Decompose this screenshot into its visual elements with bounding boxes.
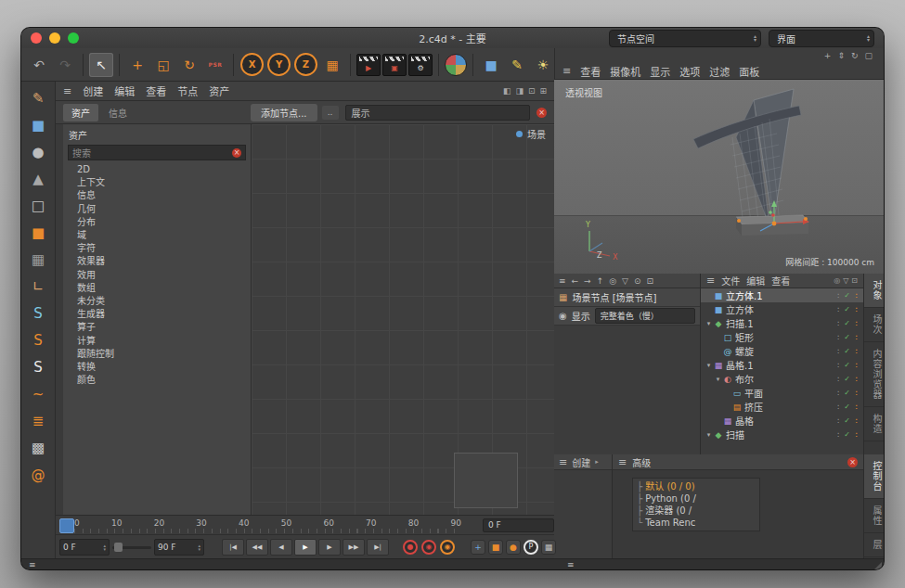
- asset-category-item[interactable]: 跟随控制: [63, 348, 251, 361]
- enable-check-icon[interactable]: ✓: [842, 347, 852, 355]
- enable-check-icon[interactable]: ✓: [842, 333, 852, 341]
- toolbar-separator[interactable]: [83, 54, 84, 76]
- checker-flag-icon[interactable]: ▩: [26, 435, 51, 460]
- settings-icon[interactable]: ⊡: [647, 276, 654, 286]
- spline-blue-icon[interactable]: S: [26, 300, 51, 326]
- layer-dots-icon[interactable]: ∶: [852, 430, 860, 440]
- up-icon[interactable]: ↑: [597, 276, 604, 286]
- toggle-viewport-icon[interactable]: ▢: [864, 51, 873, 60]
- menu-item[interactable]: 节点: [177, 83, 198, 98]
- visibility-dots-icon[interactable]: ∶: [834, 430, 842, 440]
- enable-check-icon[interactable]: ✓: [842, 389, 852, 397]
- visibility-dots-icon[interactable]: ∶: [834, 361, 842, 370]
- material-icon[interactable]: [445, 54, 467, 76]
- object-row[interactable]: □ 矩形 ∶ ✓ ∶: [701, 330, 863, 344]
- dolly-viewport-icon[interactable]: ⇕: [837, 51, 845, 60]
- undo-icon[interactable]: ↶: [27, 53, 51, 77]
- menu-icon[interactable]: ≡: [559, 456, 567, 468]
- asset-category-item[interactable]: 颜色: [63, 374, 251, 387]
- toolbar-separator[interactable]: [233, 54, 234, 76]
- visibility-dots-icon[interactable]: ∶: [834, 333, 842, 342]
- new-panel-icon[interactable]: ⊞: [539, 86, 547, 96]
- dock-tab[interactable]: 层: [864, 533, 884, 557]
- zoom-button[interactable]: [68, 32, 79, 44]
- console-category-item[interactable]: 渲染器 (0 /: [637, 505, 756, 517]
- goto-start-button[interactable]: |◀: [222, 539, 244, 556]
- menu-icon[interactable]: ≡: [559, 276, 566, 286]
- forward-icon[interactable]: →: [584, 276, 591, 286]
- expand-toggle-icon[interactable]: [705, 431, 713, 439]
- visibility-dots-icon[interactable]: ∶: [834, 305, 842, 314]
- hook-orange-icon[interactable]: ~: [26, 381, 51, 406]
- toolbar-separator[interactable]: [472, 54, 473, 76]
- enable-check-icon[interactable]: ✓: [842, 430, 852, 439]
- play-button[interactable]: ▶: [294, 539, 317, 556]
- layer-dots-icon[interactable]: ∶: [852, 319, 860, 328]
- pen-tool-icon[interactable]: ✎: [505, 53, 529, 77]
- key-parameter-button[interactable]: P: [524, 540, 538, 555]
- menu-item[interactable]: 资产: [209, 83, 229, 98]
- dock-tab[interactable]: 属性: [864, 499, 884, 533]
- enable-check-icon[interactable]: ✓: [842, 416, 852, 425]
- record-button[interactable]: ●: [403, 540, 418, 555]
- dock-tab[interactable]: 构造: [864, 407, 884, 441]
- cube-tool-icon[interactable]: ■: [479, 53, 503, 77]
- object-row[interactable]: @ 螺旋 ∶ ✓ ∶: [701, 344, 863, 358]
- key-position-button[interactable]: +: [471, 540, 485, 555]
- menu-item[interactable]: 面板: [739, 64, 759, 79]
- prev-key-button[interactable]: ◀◀: [246, 539, 268, 556]
- autokey-button[interactable]: ◉: [440, 540, 455, 555]
- next-frame-button[interactable]: ▶: [318, 539, 341, 556]
- visibility-dots-icon[interactable]: ∶: [834, 389, 842, 398]
- enable-check-icon[interactable]: ✓: [842, 375, 852, 383]
- timeline-ruler[interactable]: 0102030405060708090 0 F: [56, 515, 554, 535]
- visibility-dots-icon[interactable]: ∶: [834, 375, 842, 384]
- z-axis-lock-icon[interactable]: Z: [294, 53, 317, 76]
- toolbar-separator[interactable]: [119, 54, 120, 76]
- layer-dots-icon[interactable]: ∶: [852, 375, 860, 384]
- redo-icon[interactable]: ↷: [53, 53, 77, 77]
- light-tool-icon[interactable]: ☀: [531, 53, 555, 77]
- asset-category-item[interactable]: 域: [63, 229, 251, 242]
- swirl-orange-icon[interactable]: @: [26, 462, 51, 487]
- asset-category-item[interactable]: 字符: [63, 242, 251, 255]
- render-picture-viewer-icon[interactable]: ▣: [382, 54, 407, 76]
- visibility-dots-icon[interactable]: ∶: [834, 291, 842, 300]
- model-pen-icon[interactable]: ✎: [26, 85, 51, 110]
- clear-filter-icon[interactable]: ×: [537, 108, 547, 118]
- record-objects-button[interactable]: ◉: [421, 540, 436, 555]
- expand-toggle-icon[interactable]: [705, 362, 713, 369]
- asset-category-item[interactable]: 未分类: [63, 295, 251, 308]
- asset-category-item[interactable]: 信息: [63, 189, 251, 202]
- toolbar-separator[interactable]: [438, 54, 439, 76]
- menu-icon[interactable]: ≡: [562, 65, 571, 77]
- node-graph-canvas[interactable]: 场景: [252, 124, 554, 515]
- display-mode-select[interactable]: 完整着色（慢）: [595, 308, 695, 324]
- enable-check-icon[interactable]: ✓: [842, 403, 852, 411]
- layer-dots-icon[interactable]: ∶: [852, 389, 860, 398]
- panel-tab[interactable]: 资产: [63, 104, 98, 121]
- cone-icon[interactable]: ▲: [26, 166, 51, 191]
- goto-end-button[interactable]: ▶|: [367, 539, 389, 556]
- object-row[interactable]: ▦ 晶格.1 ∶ ✓ ∶: [701, 358, 863, 372]
- layer-dots-icon[interactable]: ∶: [852, 403, 860, 412]
- scale-icon[interactable]: ◱: [151, 53, 175, 77]
- dock-tab[interactable]: 场次: [864, 308, 884, 342]
- search-input[interactable]: 搜索 ×: [68, 145, 246, 160]
- menu-icon[interactable]: ≡: [618, 456, 627, 468]
- console-category-item[interactable]: Team Renc: [637, 517, 756, 529]
- menu-item[interactable]: 编辑: [114, 83, 135, 98]
- next-key-button[interactable]: ▶▶: [343, 539, 365, 556]
- object-row[interactable]: ■ 立方体 ∶ ✓ ∶: [701, 302, 863, 316]
- minimize-button[interactable]: [49, 32, 60, 44]
- key-rotation-button[interactable]: ●: [506, 540, 521, 555]
- perspective-viewport[interactable]: Y X Z 透视视图 网格间距 : 100000 cm: [554, 80, 884, 274]
- menu-item[interactable]: 选项: [679, 64, 700, 79]
- dock-tab[interactable]: 控制台: [864, 454, 884, 499]
- stepper-icon[interactable]: ▴▾: [198, 543, 200, 551]
- object-row[interactable]: ◐ 布尔 ∶ ✓ ∶: [701, 372, 863, 386]
- display-filter-field[interactable]: 展示: [345, 105, 530, 121]
- menu-icon[interactable]: ≡: [567, 560, 575, 569]
- enable-check-icon[interactable]: ✓: [842, 291, 852, 300]
- menu-icon[interactable]: ≡: [63, 85, 71, 97]
